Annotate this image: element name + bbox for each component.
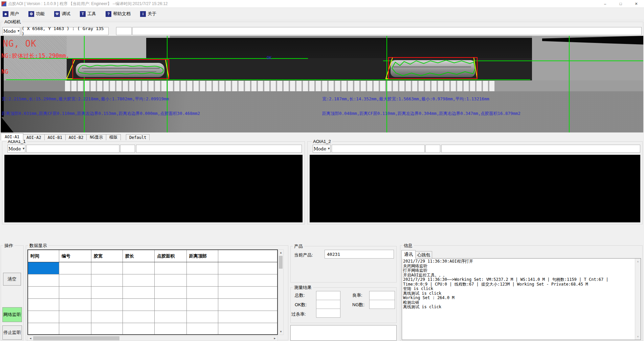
current-product-field[interactable]: 40231: [325, 250, 394, 259]
toolbar-item-function[interactable]: ⚙ 功能: [28, 11, 45, 17]
toolbar-item-about[interactable]: i 关于: [140, 11, 156, 17]
table-cell[interactable]: [91, 287, 123, 298]
clear-button[interactable]: 清空: [3, 273, 21, 286]
subpanel1-field-3[interactable]: [136, 145, 302, 153]
table-cell[interactable]: [59, 311, 91, 323]
table-cell[interactable]: [28, 299, 59, 311]
scroll-down-icon[interactable]: ▼: [635, 334, 641, 339]
camera-image-view[interactable]: NG, OK NG:胶体过长:15.290mm, NG OK 宽:2.215mm…: [1, 36, 643, 132]
subpanel1-mode-dropdown[interactable]: Mode ▼: [7, 145, 25, 153]
table-cell[interactable]: [59, 323, 91, 335]
subpanel2-mode-dropdown[interactable]: Mode ▼: [313, 145, 331, 153]
camera-field-small[interactable]: [116, 27, 132, 35]
col-header-glue-area[interactable]: 点胶面积: [155, 250, 187, 262]
camera-field-long[interactable]: [132, 27, 642, 35]
subpanel1-field-2[interactable]: [120, 145, 135, 153]
table-cell[interactable]: [28, 311, 59, 323]
table-cell[interactable]: [187, 274, 218, 286]
table-cell[interactable]: [218, 299, 277, 311]
table-cell[interactable]: [155, 287, 187, 298]
maximize-button[interactable]: □: [613, 0, 628, 7]
table-cell[interactable]: [91, 311, 123, 323]
table-cell[interactable]: [218, 287, 277, 298]
table-cell[interactable]: [123, 287, 155, 298]
total-field[interactable]: [316, 291, 340, 300]
table-cell[interactable]: [187, 287, 218, 298]
table-cell[interactable]: [28, 274, 59, 286]
col-header-time[interactable]: 时间: [28, 250, 59, 262]
col-header-glue-width[interactable]: 胶宽: [91, 250, 123, 262]
table-cell[interactable]: [91, 274, 123, 286]
table-cell[interactable]: [123, 262, 155, 274]
tab-heartbeat[interactable]: 心跳包: [415, 251, 432, 259]
log-vertical-scrollbar[interactable]: ▲ ▼: [635, 259, 641, 340]
tab-template[interactable]: 模版: [106, 134, 121, 140]
table-cell[interactable]: [59, 287, 91, 298]
table-vertical-scrollbar[interactable]: ▲ ▼: [278, 249, 284, 335]
tab-aoi-b2[interactable]: AOI-B2: [65, 134, 87, 140]
minimize-button[interactable]: –: [597, 0, 613, 7]
stop-listen-button[interactable]: 停止监听: [2, 325, 22, 340]
scroll-left-icon[interactable]: ◄: [28, 336, 33, 341]
table-cell[interactable]: [59, 299, 91, 311]
subpanel2-field-2[interactable]: [425, 145, 440, 153]
table-cell[interactable]: [218, 274, 277, 286]
scroll-down-icon[interactable]: ▼: [278, 329, 284, 334]
yield-field[interactable]: [369, 291, 395, 300]
subpanel2-camera-view[interactable]: [310, 155, 640, 222]
col-header-distance-top[interactable]: 距离顶部: [187, 250, 218, 262]
toolbar-item-help[interactable]: ? 帮助文档: [106, 11, 131, 17]
table-cell[interactable]: [59, 262, 91, 274]
table-cell[interactable]: [218, 262, 277, 274]
table-cell[interactable]: [155, 323, 187, 335]
tab-default[interactable]: Default: [126, 134, 150, 140]
ng-count-field[interactable]: [369, 300, 395, 309]
close-button[interactable]: ✕: [628, 0, 644, 7]
network-listen-button[interactable]: 网络监听: [2, 307, 22, 322]
table-cell[interactable]: [59, 274, 91, 286]
scroll-up-icon[interactable]: ▲: [635, 259, 641, 264]
table-cell[interactable]: [123, 274, 155, 286]
table-cell[interactable]: [187, 323, 218, 335]
subpanel1-camera-view[interactable]: [4, 155, 303, 222]
toolbar-item-tools[interactable]: T 工具: [80, 11, 96, 17]
table-cell[interactable]: [91, 323, 123, 335]
scroll-right-icon[interactable]: ►: [272, 336, 277, 341]
table-cell[interactable]: [155, 299, 187, 311]
tab-aoi-a1[interactable]: AOI-A1: [1, 133, 23, 140]
col-header-glue-length[interactable]: 胶长: [123, 250, 155, 262]
scroll-up-icon[interactable]: ▲: [278, 250, 284, 255]
table-cell[interactable]: [155, 311, 187, 323]
subpanel2-field-3[interactable]: [441, 145, 640, 153]
subpanel2-field-1[interactable]: [332, 145, 425, 153]
tab-aoi-b1[interactable]: AOI-B1: [44, 134, 66, 140]
table-cell[interactable]: [123, 299, 155, 311]
table-cell[interactable]: [218, 311, 277, 323]
subpanel1-field-1[interactable]: [26, 145, 119, 153]
ok-count-field[interactable]: [316, 300, 340, 309]
table-cell[interactable]: [187, 262, 218, 274]
table-horizontal-scrollbar[interactable]: ◄ ►: [27, 336, 278, 341]
toolbar-item-user[interactable]: ☻ 用户: [3, 11, 19, 17]
table-cell[interactable]: [187, 299, 218, 311]
camera-mode-dropdown[interactable]: Mode ▼: [2, 27, 20, 35]
toolbar-item-debug[interactable]: ⚒ 调试: [54, 11, 70, 17]
overkill-field[interactable]: [316, 309, 340, 318]
table-cell[interactable]: [123, 311, 155, 323]
table-cell[interactable]: [28, 323, 59, 335]
table-cell-selected[interactable]: [28, 262, 59, 274]
communication-log[interactable]: 2021/7/29 11:36:30:AOI程序打开 关闭网络监听 打开网络监听…: [402, 258, 641, 340]
table-cell[interactable]: [218, 323, 277, 335]
tab-communication[interactable]: 通讯: [401, 250, 416, 259]
tab-ng-display[interactable]: NG显示: [86, 134, 106, 140]
table-cell[interactable]: [123, 323, 155, 335]
table-cell[interactable]: [91, 299, 123, 311]
table-cell[interactable]: [155, 262, 187, 274]
table-cell[interactable]: [28, 287, 59, 298]
table-cell[interactable]: [91, 262, 123, 274]
table-cell[interactable]: [155, 274, 187, 286]
scrollbar-thumb[interactable]: [33, 336, 119, 340]
table-cell[interactable]: [187, 311, 218, 323]
col-header-id[interactable]: 编号: [59, 250, 91, 262]
scrollbar-thumb[interactable]: [279, 256, 283, 269]
